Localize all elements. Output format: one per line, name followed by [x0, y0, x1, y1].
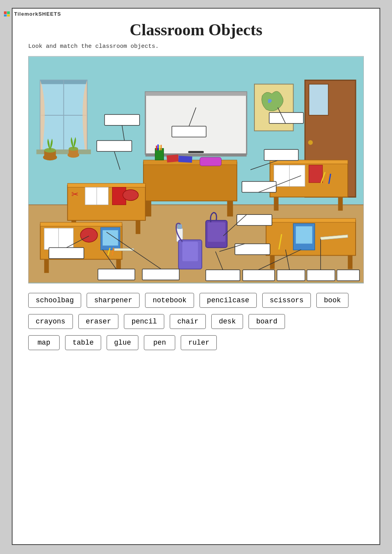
svg-rect-112	[337, 270, 359, 281]
word-ruler[interactable]: ruler	[181, 335, 217, 350]
word-pencilcase[interactable]: pencilcase	[200, 293, 257, 308]
svg-rect-31	[156, 145, 157, 150]
svg-rect-90	[172, 126, 206, 137]
word-row-2: crayons eraser pencil chair desk board	[28, 314, 364, 329]
word-schoolbag[interactable]: schoolbag	[28, 293, 81, 308]
svg-rect-29	[227, 201, 233, 216]
svg-text:✂: ✂	[71, 190, 78, 199]
word-row-1: schoolbag sharpener notebook pencilcase …	[28, 293, 364, 308]
svg-rect-71	[338, 197, 343, 211]
svg-rect-63	[177, 224, 182, 229]
word-pencil[interactable]: pencil	[124, 314, 164, 329]
svg-rect-33	[159, 145, 160, 150]
svg-rect-102	[49, 248, 84, 259]
svg-rect-70	[274, 197, 279, 211]
svg-rect-81	[348, 255, 352, 269]
svg-rect-25	[188, 151, 204, 153]
svg-rect-3	[7, 15, 10, 16]
svg-rect-111	[307, 270, 335, 281]
svg-rect-109	[243, 270, 274, 281]
svg-rect-79	[266, 218, 356, 222]
svg-rect-65	[182, 242, 198, 262]
word-row-3: map table glue pen ruler	[28, 335, 364, 350]
word-crayons[interactable]: crayons	[28, 314, 73, 329]
svg-rect-98	[237, 214, 272, 225]
svg-rect-2	[4, 15, 7, 16]
word-board[interactable]: board	[249, 314, 285, 329]
word-glue[interactable]: glue	[107, 335, 138, 350]
word-notebook[interactable]: notebook	[145, 293, 194, 308]
word-desk[interactable]: desk	[211, 314, 243, 329]
svg-rect-1	[7, 11, 10, 14]
svg-rect-23	[145, 92, 247, 96]
svg-rect-92	[269, 113, 303, 124]
svg-rect-94	[264, 149, 298, 160]
svg-point-56	[80, 228, 98, 242]
svg-rect-52	[44, 259, 49, 273]
svg-rect-26	[143, 162, 237, 201]
svg-rect-74	[309, 165, 323, 183]
svg-rect-19	[309, 84, 328, 115]
svg-rect-37	[200, 157, 221, 166]
svg-rect-32	[158, 144, 159, 150]
svg-rect-86	[105, 114, 140, 125]
word-table[interactable]: table	[65, 335, 101, 350]
page-title: Classroom Objects	[28, 20, 364, 39]
word-map[interactable]: map	[28, 335, 60, 350]
svg-rect-67	[208, 222, 225, 242]
svg-rect-34	[161, 145, 162, 150]
svg-point-20	[308, 140, 313, 145]
svg-rect-108	[206, 270, 240, 281]
word-scissors[interactable]: scissors	[262, 293, 311, 308]
svg-rect-0	[4, 11, 7, 14]
svg-rect-51	[40, 222, 122, 226]
classroom-image: ✂	[28, 56, 364, 283]
word-eraser[interactable]: eraser	[78, 314, 119, 329]
svg-rect-35	[167, 154, 179, 162]
classroom-svg: ✂	[29, 56, 363, 283]
svg-rect-41	[136, 220, 140, 234]
svg-rect-96	[242, 182, 276, 193]
svg-point-49	[123, 190, 138, 201]
svg-rect-39	[67, 183, 145, 187]
svg-rect-106	[142, 269, 179, 280]
word-bank: schoolbag sharpener notebook pencilcase …	[28, 293, 364, 350]
word-sharpener[interactable]: sharpener	[87, 293, 140, 308]
svg-rect-88	[97, 141, 132, 152]
svg-rect-28	[145, 201, 151, 216]
svg-rect-36	[178, 156, 192, 163]
svg-rect-110	[277, 270, 305, 281]
svg-rect-58	[103, 230, 118, 246]
logo-text: TilemorkSHEETS	[14, 11, 61, 17]
instruction-text: Look and match the classroom objects.	[28, 43, 364, 50]
word-book[interactable]: book	[316, 293, 348, 308]
site-logo: TilemorkSHEETS	[4, 11, 61, 17]
svg-rect-22	[145, 92, 247, 154]
svg-rect-104	[98, 269, 135, 280]
page-container: Classroom Objects Look and match the cla…	[12, 8, 380, 545]
svg-rect-83	[296, 226, 312, 244]
logo-icon	[4, 11, 13, 17]
word-pen[interactable]: pen	[144, 335, 175, 350]
word-chair[interactable]: chair	[170, 314, 206, 329]
svg-point-17	[69, 147, 78, 151]
